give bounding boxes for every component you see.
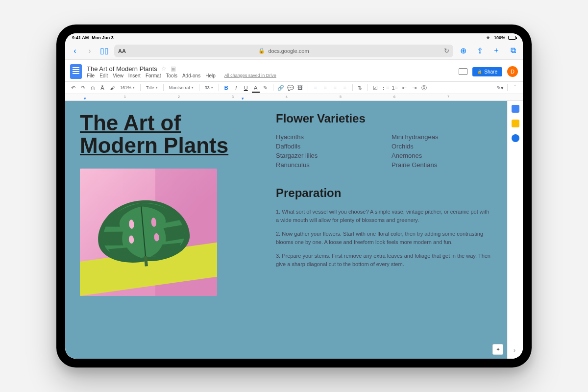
document-container: The Art of Modern Plants [65,101,523,359]
battery-pct: 100% [494,35,505,40]
side-panel-toggle[interactable]: › [510,346,519,355]
insert-link-button[interactable]: 🔗 [277,84,285,92]
italic-button[interactable]: I [232,84,240,92]
battery-icon [508,36,516,40]
undo-button[interactable]: ↶ [69,84,77,92]
docs-header: The Art of Modern Plants ☆ ▣ File Edit V… [65,60,523,81]
move-folder-icon[interactable]: ▣ [171,65,176,72]
align-justify-button[interactable]: ≡ [341,84,349,92]
section-heading-prep[interactable]: Preparation [276,186,492,200]
document-title[interactable]: The Art of Modern Plants [87,65,157,73]
share-doc-button[interactable]: Share [472,67,502,76]
editing-mode-button[interactable]: ✎▾ [496,84,504,92]
align-right-button[interactable]: ≡ [331,84,339,92]
inserted-image[interactable] [80,169,217,296]
tabs-button[interactable]: ⧉ [508,46,518,55]
paragraph[interactable]: 2. Now gather your flowers. Start with o… [276,230,492,246]
keep-sideapp-icon[interactable] [512,120,519,127]
menu-edit[interactable]: Edit [99,73,108,78]
spellcheck-button[interactable]: Ā [98,84,106,92]
menu-view[interactable]: View [113,73,123,78]
format-toolbar: ↶ ↷ ⎙ Ā 🖌 161% Title Montserrat 33 B I U… [65,81,523,94]
menu-format[interactable]: Format [146,73,161,78]
bulleted-list-button[interactable]: ⋮≡ [381,84,389,92]
docs-logo-icon[interactable] [70,64,82,79]
lock-icon: 🔒 [258,48,265,54]
hide-menus-button[interactable]: ˆ [511,84,519,92]
side-panel [507,101,523,359]
style-select[interactable]: Title [144,85,160,90]
menu-file[interactable]: File [87,73,95,78]
section-heading-flowers[interactable]: Flower Varieties [276,112,492,125]
screen: 9:41 AM Mon Jun 3 ᯤ 100% ‹ › ▯▯ AA 🔒 doc… [65,33,523,359]
outdent-button[interactable]: ⇤ [401,84,409,92]
list-item[interactable]: Ranunculus [276,161,377,169]
align-center-button[interactable]: ≡ [321,84,329,92]
text-size-button[interactable]: AA [118,48,126,54]
align-left-button[interactable]: ≡ [312,84,319,92]
back-button[interactable]: ‹ [70,47,80,55]
forward-button[interactable]: › [85,47,95,55]
menu-tools[interactable]: Tools [166,73,177,78]
underline-button[interactable]: U [242,84,250,92]
menu-addons[interactable]: Add-ons [182,73,200,78]
indent-marker-right[interactable]: ▾ [242,96,244,101]
comments-button[interactable] [459,68,467,75]
checklist-button[interactable]: ☑ [371,84,379,92]
paragraph[interactable]: 3. Prepare your stems. First remove any … [276,252,492,268]
font-select[interactable]: Montserrat [167,85,196,90]
clear-format-button[interactable]: Ⓧ [420,84,428,92]
flower-list[interactable]: Hyacinths Mini hydrangeas Daffodils Orch… [276,133,492,169]
redo-button[interactable]: ↷ [79,84,87,92]
address-bar[interactable]: AA 🔒 docs.google.com ↻ [114,45,453,57]
doc-heading-title[interactable]: The Art of Modern Plants [80,112,256,157]
indent-marker-left[interactable]: ▾ [84,96,86,101]
bookmarks-button[interactable]: ▯▯ [99,46,109,55]
list-item[interactable]: Daffodils [276,143,377,150]
status-time: 9:41 AM [72,35,89,40]
new-tab-button[interactable]: + [491,46,501,55]
star-icon[interactable]: ☆ [161,65,167,72]
list-item[interactable]: Stargazer lilies [276,152,377,159]
ios-statusbar: 9:41 AM Mon Jun 3 ᯤ 100% [65,33,523,42]
zoom-select[interactable]: 161% [118,85,137,90]
indent-button[interactable]: ⇥ [411,84,418,92]
list-item[interactable]: Anemones [392,152,492,159]
tasks-sideapp-icon[interactable] [512,134,519,142]
text-color-button[interactable]: A [252,84,260,92]
paragraph[interactable]: 1. What sort of vessel will you choose? … [276,208,492,224]
share-button[interactable]: ⇪ [475,46,485,55]
url-text: docs.google.com [268,48,309,54]
wifi-icon: ᯤ [487,35,491,40]
monstera-leaf-icon [89,191,198,271]
safari-toolbar: ‹ › ▯▯ AA 🔒 docs.google.com ↻ ⊕ ⇪ + ⧉ [65,42,523,60]
paint-format-button[interactable]: 🖌 [108,84,116,92]
calendar-sideapp-icon[interactable] [512,105,519,113]
preparation-text[interactable]: 1. What sort of vessel will you choose? … [276,208,492,268]
highlight-button[interactable]: ✎ [262,84,270,92]
font-size-select[interactable]: 33 [203,85,215,90]
ipad-frame: 9:41 AM Mon Jun 3 ᯤ 100% ‹ › ▯▯ AA 🔒 doc… [56,24,532,368]
save-status[interactable]: All changes saved in Drive [224,73,276,78]
explore-button[interactable]: ✦ [492,344,503,355]
insert-comment-button[interactable]: 💬 [287,84,294,92]
menu-insert[interactable]: Insert [128,73,141,78]
refresh-button[interactable]: ↻ [444,47,449,54]
status-date: Mon Jun 3 [92,35,114,40]
line-spacing-button[interactable]: ⇅ [356,84,364,92]
list-item[interactable]: Hyacinths [276,133,377,141]
numbered-list-button[interactable]: 1≡ [391,84,399,92]
insert-image-button[interactable]: 🖼 [296,84,304,92]
menu-help[interactable]: Help [205,73,216,78]
document-page[interactable]: The Art of Modern Plants [65,101,507,359]
ruler[interactable]: ▾ 1 2 3 ▾ 4 5 6 7 [65,94,523,101]
downloads-button[interactable]: ⊕ [458,46,468,55]
account-avatar[interactable]: D [507,66,518,77]
list-item[interactable]: Orchids [392,143,492,150]
menu-bar: File Edit View Insert Format Tools Add-o… [87,73,454,78]
list-item[interactable]: Prairie Gentians [392,161,492,169]
bold-button[interactable]: B [222,84,230,92]
print-button[interactable]: ⎙ [89,84,97,92]
list-item[interactable]: Mini hydrangeas [392,133,492,141]
